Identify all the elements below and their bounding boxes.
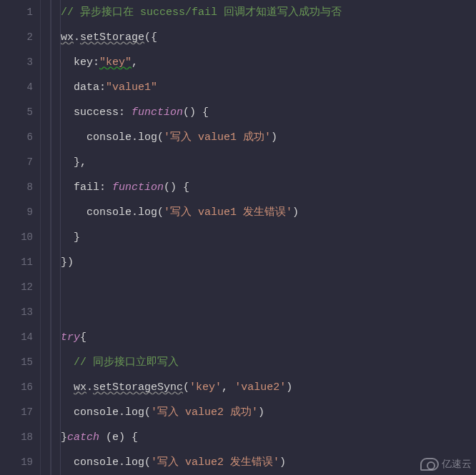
line-number: 11 <box>0 250 33 275</box>
line-number: 6 <box>0 125 33 150</box>
code-line: wx.setStorageSync('key', 'value2') <box>61 375 476 400</box>
line-number: 15 <box>0 350 33 375</box>
line-number: 19 <box>0 450 33 475</box>
line-number: 8 <box>0 175 33 200</box>
code-line: // 异步接口在 success/fail 回调才知道写入成功与否 <box>61 0 476 25</box>
code-line: console.log('写入 value1 发生错误') <box>61 200 476 225</box>
line-number: 16 <box>0 375 33 400</box>
indent-guide-column <box>51 0 61 475</box>
string-token: "value1" <box>106 81 157 94</box>
string-token: 'key' <box>189 381 222 394</box>
line-number: 7 <box>0 150 33 175</box>
line-number: 1 <box>0 0 33 25</box>
comment-token: // 异步接口在 success/fail 回调才知道写入成功与否 <box>61 6 342 19</box>
keyword-token: function <box>132 106 183 119</box>
line-number: 13 <box>0 300 33 325</box>
code-line: console.log('写入 value1 成功') <box>61 125 476 150</box>
line-number: 14 <box>0 325 33 350</box>
line-number: 12 <box>0 275 33 300</box>
code-line: key:"key", <box>61 50 476 75</box>
fold-column[interactable] <box>40 0 51 475</box>
code-line: // 同步接口立即写入 <box>61 350 476 375</box>
line-number: 3 <box>0 50 33 75</box>
line-number: 2 <box>0 25 33 50</box>
code-line: fail: function() { <box>61 175 476 200</box>
line-number: 18 <box>0 425 33 450</box>
string-token: '写入 value2 成功' <box>151 406 258 419</box>
line-number-gutter: 1 2 3 4 5 6 7 8 9 10 11 12 13 14 15 16 1… <box>0 0 40 475</box>
string-token: '写入 value1 发生错误' <box>164 206 292 219</box>
line-number: 17 <box>0 400 33 425</box>
comment-token: // 同步接口立即写入 <box>61 356 179 369</box>
code-text-area[interactable]: // 异步接口在 success/fail 回调才知道写入成功与否 wx.set… <box>61 0 476 475</box>
string-token: '写入 value1 成功' <box>164 131 271 144</box>
code-editor[interactable]: 1 2 3 4 5 6 7 8 9 10 11 12 13 14 15 16 1… <box>0 0 476 475</box>
keyword-token: try <box>61 331 80 344</box>
code-line <box>61 275 476 300</box>
code-line: data:"value1" <box>61 75 476 100</box>
code-line: }, <box>61 150 476 175</box>
line-number: 5 <box>0 100 33 125</box>
code-line: console.log('写入 value2 发生错误') <box>61 450 476 475</box>
string-token: 'value2' <box>234 381 286 394</box>
code-line: }) <box>61 250 476 275</box>
object-token: wx <box>74 381 86 394</box>
code-line: } <box>61 225 476 250</box>
string-token: '写入 value2 发生错误' <box>151 456 279 469</box>
code-line <box>61 300 476 325</box>
method-token: setStorageSync <box>93 381 183 394</box>
line-number: 4 <box>0 75 33 100</box>
line-number: 10 <box>0 225 33 250</box>
keyword-token: function <box>112 181 164 194</box>
object-token: wx <box>61 31 74 44</box>
code-line: success: function() { <box>61 100 476 125</box>
code-line: try{ <box>61 325 476 350</box>
keyword-token: catch <box>67 431 99 444</box>
code-line: }catch (e) { <box>61 425 476 450</box>
string-token: "key" <box>99 56 132 69</box>
line-number: 9 <box>0 200 33 225</box>
code-line: console.log('写入 value2 成功') <box>61 400 476 425</box>
code-line: wx.setStorage({ <box>61 25 476 50</box>
method-token: setStorage <box>80 31 144 44</box>
